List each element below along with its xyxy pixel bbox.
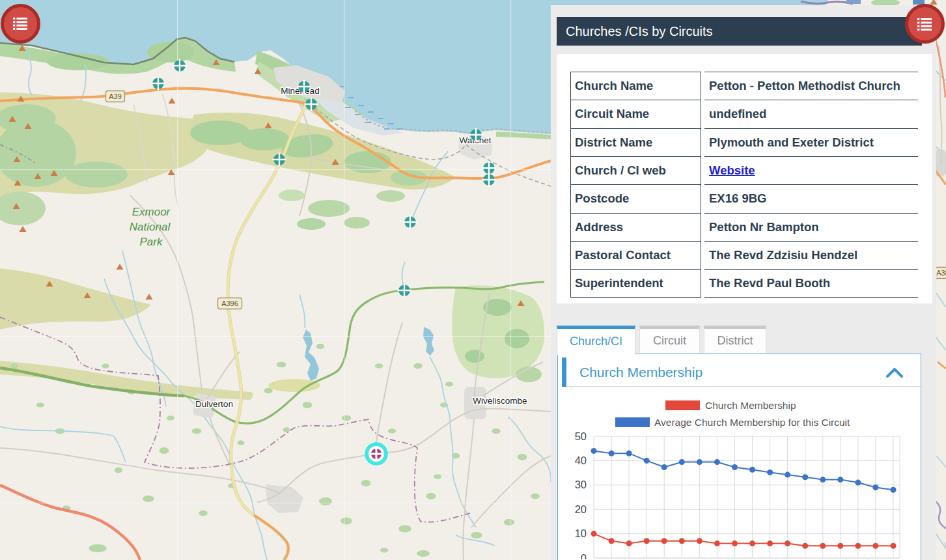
svg-text:Wiveliscombe: Wiveliscombe	[473, 396, 527, 406]
svg-text:Dulverton: Dulverton	[195, 399, 233, 409]
svg-text:National: National	[130, 221, 171, 233]
svg-text:40: 40	[575, 455, 587, 466]
svg-text:50: 50	[575, 430, 587, 442]
svg-text:A36: A36	[936, 269, 946, 277]
svg-text:Average Church Membership for: Average Church Membership for this Circu…	[654, 417, 850, 428]
svg-text:20: 20	[575, 503, 587, 515]
svg-text:Park: Park	[140, 236, 163, 248]
svg-text:A39: A39	[109, 92, 122, 100]
svg-text:30: 30	[575, 479, 587, 490]
svg-text:Exmoor: Exmoor	[132, 206, 171, 218]
svg-text:0: 0	[581, 552, 587, 560]
svg-text:10: 10	[575, 527, 587, 539]
svg-text:Church Membership: Church Membership	[705, 400, 796, 411]
svg-text:A396: A396	[221, 300, 238, 307]
